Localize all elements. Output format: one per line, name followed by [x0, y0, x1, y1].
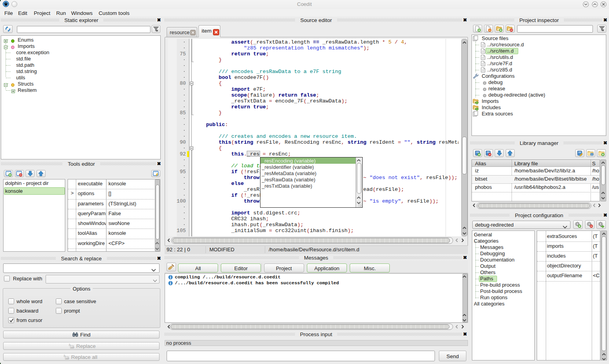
- svg-text:ab: ab: [71, 346, 74, 349]
- svg-text:ab: ab: [66, 357, 69, 360]
